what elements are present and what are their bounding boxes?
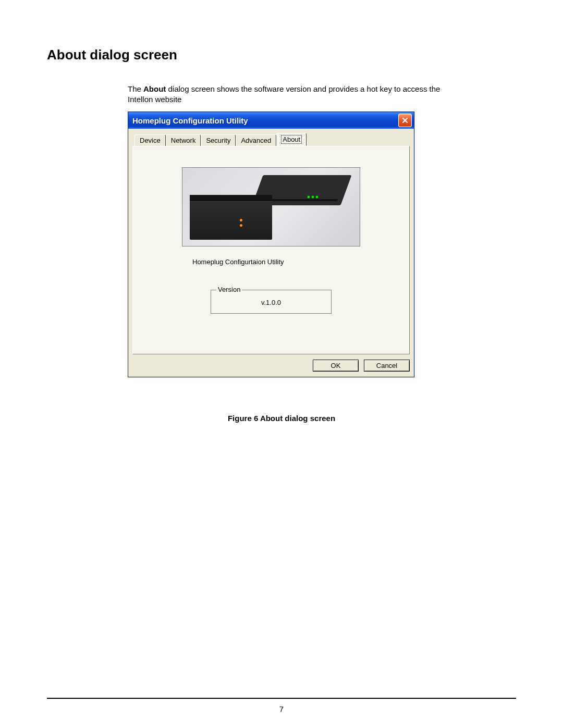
- intro-prefix: The: [128, 84, 143, 93]
- ok-button[interactable]: OK: [313, 360, 359, 372]
- figure-caption: Figure 6 About dialog screen: [47, 414, 516, 423]
- tab-network[interactable]: Network: [166, 134, 201, 146]
- titlebar: Homeplug Configuration Utility: [128, 112, 414, 129]
- cancel-button[interactable]: Cancel: [364, 360, 410, 372]
- about-dialog: Homeplug Configuration Utility Device Ne…: [128, 112, 414, 377]
- titlebar-text: Homeplug Configuration Utility: [132, 116, 248, 125]
- intro-paragraph: The About dialog screen shows the softwa…: [128, 84, 451, 104]
- page-number: 7: [0, 705, 563, 713]
- tab-security-label: Security: [206, 137, 230, 144]
- dialog-button-row: OK Cancel: [132, 360, 410, 372]
- device-front-icon: [190, 195, 272, 240]
- tab-about-label: About: [282, 135, 301, 143]
- device-back-leds-icon: [308, 191, 328, 194]
- tab-advanced[interactable]: Advanced: [236, 134, 276, 146]
- tab-security[interactable]: Security: [201, 134, 236, 146]
- tab-network-label: Network: [171, 137, 196, 144]
- tab-device[interactable]: Device: [134, 134, 166, 146]
- intro-rest: dialog screen shows the software version…: [128, 84, 440, 104]
- version-groupbox: Version v.1.0.0: [211, 290, 332, 314]
- version-legend: Version: [216, 286, 242, 293]
- dialog-body: Device Network Security Advanced About H…: [128, 129, 414, 377]
- section-heading: About dialog screen: [47, 47, 516, 63]
- product-image: [182, 167, 360, 246]
- close-icon: [402, 117, 408, 124]
- tab-device-label: Device: [140, 137, 161, 144]
- tab-advanced-label: Advanced: [241, 137, 271, 144]
- version-value: v.1.0.0: [261, 299, 281, 306]
- footer-rule: [47, 698, 516, 699]
- tab-panel-about: Homeplug Configurtaion Utility Version v…: [132, 146, 410, 354]
- tab-strip: Device Network Security Advanced About: [132, 133, 410, 146]
- tab-about[interactable]: About: [276, 133, 307, 146]
- product-label: Homeplug Configurtaion Utility: [192, 258, 399, 266]
- device-front-leds-icon: [240, 219, 242, 229]
- close-button[interactable]: [398, 114, 412, 127]
- intro-bold: About: [143, 84, 166, 93]
